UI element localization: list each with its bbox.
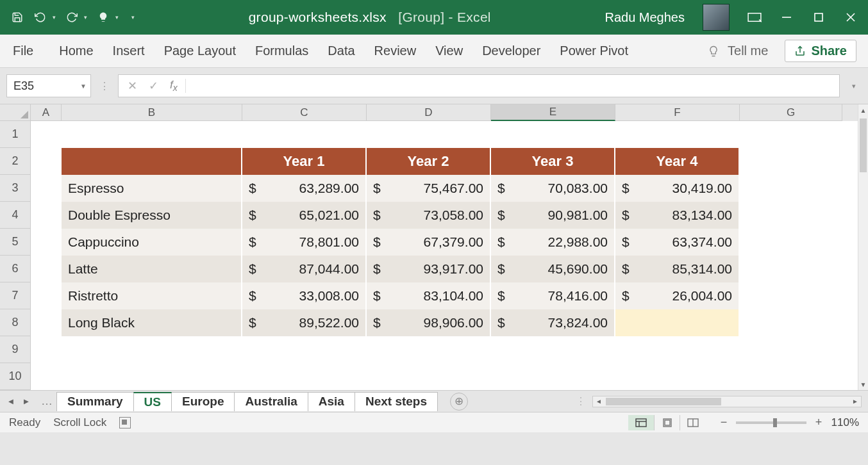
view-page-layout-icon[interactable] [654, 415, 680, 430]
data-cell[interactable]: $63,289.00 [242, 175, 367, 202]
tab-home[interactable]: Home [58, 36, 94, 66]
data-cell[interactable]: $70,083.00 [491, 175, 615, 202]
row-header-10[interactable]: 10 [0, 363, 31, 390]
avatar[interactable] [703, 4, 730, 31]
column-header-A[interactable]: A [31, 104, 62, 121]
namebox-resize-handle[interactable]: ⋮ [97, 74, 112, 97]
chevron-down-icon[interactable]: ▼ [80, 83, 87, 90]
redo-icon[interactable] [65, 10, 79, 24]
accept-formula-icon[interactable]: ✓ [149, 79, 158, 93]
scroll-thumb-horizontal[interactable] [606, 398, 721, 405]
tab-developer[interactable]: Developer [481, 36, 542, 66]
qat-customize-icon[interactable]: ▾ [115, 14, 119, 20]
zoom-in-button[interactable]: + [813, 416, 824, 429]
data-cell[interactable]: $30,419.00 [615, 175, 740, 202]
tab-power-pivot[interactable]: Power Pivot [558, 36, 630, 66]
sheet-tab-europe[interactable]: Europe [171, 392, 235, 411]
column-header-C[interactable]: C [242, 104, 367, 121]
sheet-tab-asia[interactable]: Asia [308, 392, 355, 411]
data-cell[interactable]: $83,134.00 [615, 202, 740, 229]
row-label[interactable]: Long Black [62, 309, 242, 336]
scroll-right-icon[interactable]: ► [849, 398, 861, 405]
view-normal-icon[interactable] [628, 415, 654, 430]
formula-bar[interactable]: ✕ ✓ fx [118, 74, 840, 97]
column-header-E[interactable]: E [491, 104, 615, 121]
select-all-button[interactable] [0, 104, 31, 121]
row-header-2[interactable]: 2 [0, 148, 31, 175]
scroll-down-icon[interactable]: ▼ [858, 379, 868, 390]
lightbulb-icon[interactable] [96, 10, 110, 24]
row-header-3[interactable]: 3 [0, 175, 31, 202]
data-cell[interactable]: $83,104.00 [367, 282, 491, 309]
horizontal-scrollbar[interactable]: ◄ ► [592, 396, 862, 407]
row-label[interactable]: Cappuccino [62, 229, 242, 256]
data-cell[interactable]: $65,021.00 [242, 202, 367, 229]
user-name[interactable]: Radu Meghes [605, 10, 685, 25]
row-header-5[interactable]: 5 [0, 229, 31, 256]
maximize-icon[interactable] [812, 10, 826, 24]
data-cell[interactable]: $67,379.00 [367, 229, 491, 256]
share-button[interactable]: Share [785, 40, 856, 62]
data-cell[interactable] [615, 309, 740, 336]
row-header-9[interactable]: 9 [0, 336, 31, 363]
zoom-slider[interactable] [736, 421, 806, 424]
new-sheet-button[interactable]: ⊕ [450, 393, 468, 411]
sheet-tab-summary[interactable]: Summary [56, 392, 134, 411]
column-header-G[interactable]: G [740, 104, 842, 121]
save-icon[interactable] [10, 10, 24, 24]
worksheet-grid[interactable]: ABCDEFG 12345678910 Year 1Year 2Year 3Ye… [0, 104, 868, 390]
data-cell[interactable]: $75,467.00 [367, 175, 491, 202]
row-header-8[interactable]: 8 [0, 309, 31, 336]
column-header-D[interactable]: D [367, 104, 491, 121]
close-icon[interactable] [844, 10, 858, 24]
row-header-1[interactable]: 1 [0, 121, 31, 148]
tab-data[interactable]: Data [326, 36, 356, 66]
sheet-tab-australia[interactable]: Australia [234, 392, 308, 411]
undo-dropdown-icon[interactable]: ▾ [53, 14, 56, 20]
tab-scroll-grip[interactable]: ⋮ [569, 395, 592, 407]
vertical-scrollbar[interactable]: ▲ ▼ [858, 104, 868, 390]
row-header-6[interactable]: 6 [0, 256, 31, 282]
scroll-left-icon[interactable]: ◄ [593, 398, 605, 405]
data-cell[interactable]: $73,824.00 [491, 309, 615, 336]
data-cell[interactable]: $93,917.00 [367, 256, 491, 282]
data-cell[interactable]: $78,801.00 [242, 229, 367, 256]
sheet-nav-prev-icon[interactable]: ◄ [5, 396, 17, 406]
data-cell[interactable]: $22,988.00 [491, 229, 615, 256]
data-cell[interactable]: $98,906.00 [367, 309, 491, 336]
data-cell[interactable]: $89,522.00 [242, 309, 367, 336]
sheet-nav-next-icon[interactable]: ► [21, 396, 32, 406]
data-cell[interactable]: $85,314.00 [615, 256, 740, 282]
data-cell[interactable]: $26,004.00 [615, 282, 740, 309]
zoom-slider-knob[interactable] [773, 418, 777, 427]
tab-view[interactable]: View [434, 36, 464, 66]
tab-insert[interactable]: Insert [112, 36, 146, 66]
data-cell[interactable]: $33,008.00 [242, 282, 367, 309]
sheet-tab-next-steps[interactable]: Next steps [355, 392, 438, 411]
tab-formulas[interactable]: Formulas [254, 36, 310, 66]
column-header-B[interactable]: B [62, 104, 242, 121]
data-cell[interactable]: $73,058.00 [367, 202, 491, 229]
view-page-break-icon[interactable] [680, 415, 705, 430]
tab-review[interactable]: Review [373, 36, 418, 66]
minimize-icon[interactable] [780, 10, 794, 24]
data-cell[interactable]: $45,690.00 [491, 256, 615, 282]
row-label[interactable]: Espresso [62, 175, 242, 202]
sheet-nav-ellipsis[interactable]: … [37, 395, 56, 408]
data-cell[interactable]: $87,044.00 [242, 256, 367, 282]
data-cell[interactable]: $63,374.00 [615, 229, 740, 256]
row-header-4[interactable]: 4 [0, 202, 31, 229]
data-cell[interactable]: $90,981.00 [491, 202, 615, 229]
qat-overflow-icon[interactable]: ▾ [131, 14, 135, 20]
macro-recording-icon[interactable] [119, 417, 131, 428]
zoom-out-button[interactable]: − [718, 416, 730, 429]
row-label[interactable]: Latte [62, 256, 242, 282]
ribbon-display-options-icon[interactable] [747, 10, 762, 24]
data-cell[interactable]: $78,416.00 [491, 282, 615, 309]
sheet-tab-us[interactable]: US [133, 392, 172, 411]
expand-formula-bar-icon[interactable]: ▾ [846, 82, 862, 90]
row-header-7[interactable]: 7 [0, 282, 31, 309]
name-box[interactable]: E35 ▼ [6, 74, 91, 97]
column-header-F[interactable]: F [615, 104, 740, 121]
cancel-formula-icon[interactable]: ✕ [128, 79, 137, 93]
